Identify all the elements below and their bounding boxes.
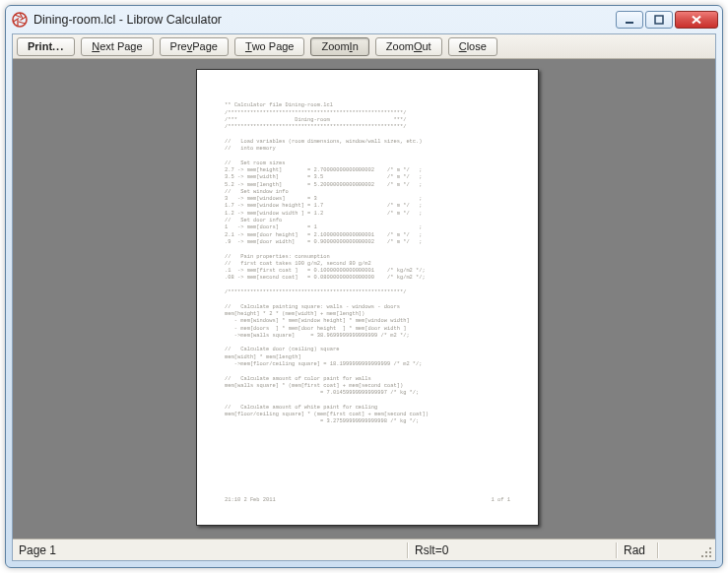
zoom-in-button[interactable]: Zoom In [310,37,368,56]
svg-rect-11 [709,547,711,549]
statusbar: Page 1 Rslt=0 Rad [13,539,715,560]
resize-grip-icon[interactable] [695,541,713,559]
page-content: ** Calculator file Dining-room.lcl /****… [225,96,510,433]
caption-buttons [616,11,718,29]
close-window-button[interactable] [675,11,718,29]
zoom-out-button[interactable]: Zoom Out [375,37,442,56]
prev-page-button[interactable]: Prev Page [160,37,229,56]
minimize-button[interactable] [616,11,643,29]
app-aperture-icon [12,12,28,28]
svg-rect-13 [705,551,707,553]
svg-line-2 [21,17,27,21]
maximize-button[interactable] [645,11,673,29]
footer-page-count: 1 of 1 [492,497,510,503]
print-label: Print [28,38,52,55]
svg-rect-15 [705,555,707,557]
footer-timestamp: 21:10 2 Feb 2011 [225,497,276,503]
svg-line-3 [19,22,26,24]
two-page-button[interactable]: Two Page [234,37,305,56]
app-window: Dining-room.lcl - Librow Calculator Prin… [5,5,723,568]
page-footer: 21:10 2 Feb 2011 1 of 1 [225,497,510,503]
svg-line-6 [15,15,21,18]
print-button[interactable]: Print... [17,37,75,56]
status-page: Page 1 [13,540,407,560]
window-title: Dining-room.lcl - Librow Calculator [33,13,616,27]
print-preview-toolbar: Print... Next Page Prev Page Two Page Zo… [13,34,715,59]
svg-rect-8 [655,16,663,24]
next-page-button[interactable]: Next Page [81,37,153,56]
status-result: Rslt=0 [409,540,616,560]
client-area: Print... Next Page Prev Page Two Page Zo… [12,33,716,561]
svg-rect-12 [709,551,711,553]
svg-rect-7 [626,22,633,24]
preview-area[interactable]: ** Calculator file Dining-room.lcl /****… [13,59,715,539]
titlebar[interactable]: Dining-room.lcl - Librow Calculator [6,6,722,33]
close-button[interactable]: Close [448,37,497,56]
status-mode: Rad [618,540,657,560]
status-spacer [659,540,695,560]
doc-header: ** Calculator file Dining-room.lcl [225,102,333,108]
page-preview[interactable]: ** Calculator file Dining-room.lcl /****… [196,69,539,526]
svg-rect-16 [701,555,703,557]
svg-rect-14 [709,555,711,557]
doc-body: /***************************************… [225,110,429,425]
print-ellipsis: ... [52,38,64,55]
